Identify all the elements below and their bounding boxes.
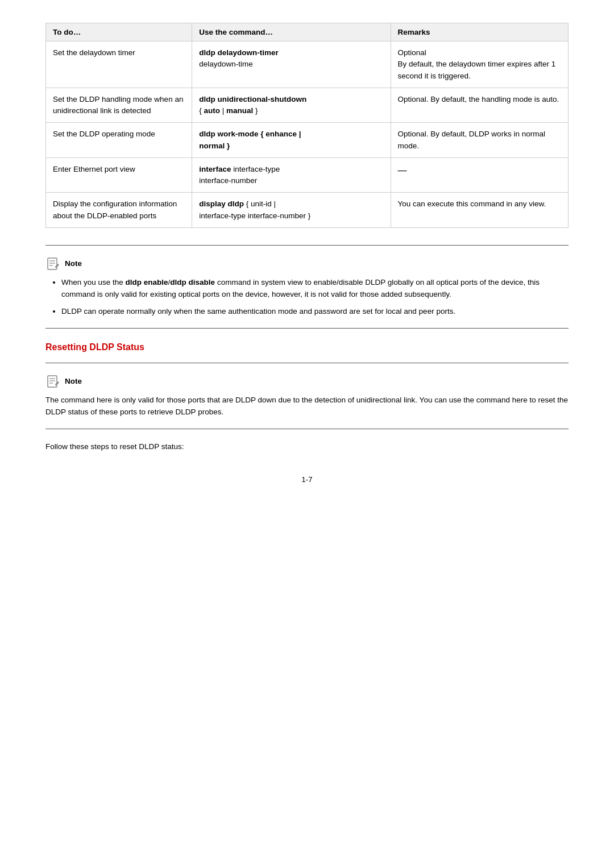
table-row: Enter Ethernet port view interface inter…: [46, 157, 569, 193]
table-row: Display the configuration information ab…: [46, 193, 569, 228]
cell-remarks: Optional. By default, DLDP works in norm…: [391, 123, 568, 158]
col-header-command: Use the command…: [192, 23, 391, 41]
cell-command: dldp unidirectional-shutdown { auto | ma…: [192, 88, 391, 123]
cell-todo: Set the DLDP handling mode when an unidi…: [46, 88, 192, 123]
cell-todo: Display the configuration information ab…: [46, 193, 192, 228]
section-divider-top: [45, 245, 569, 246]
command-bold: dldp work-mode { enhance |normal }: [199, 130, 301, 149]
cell-todo: Set the delaydown timer: [46, 41, 192, 88]
section-divider-before-note2: [45, 363, 569, 363]
note-icon-2: [45, 373, 61, 389]
cell-command: dldp delaydown-timer delaydown-time: [192, 41, 391, 88]
command-bold: interface: [199, 165, 231, 173]
command-bold: dldp unidirectional-shutdown: [199, 95, 306, 103]
table-row: Set the DLDP handling mode when an unidi…: [46, 88, 569, 123]
note-paragraph-2: The command here is only valid for those…: [45, 394, 569, 418]
note-list-item: DLDP can operate normally only when the …: [61, 305, 569, 318]
cell-remarks: —: [391, 157, 568, 193]
col-header-remarks: Remarks: [391, 23, 568, 41]
cell-command: display dldp { unit-id |interface-type i…: [192, 193, 391, 228]
section-divider-middle: [45, 328, 569, 329]
note-block-1: Note When you use the dldp enable/dldp d…: [45, 256, 569, 318]
section-heading: Resetting DLDP Status: [45, 342, 569, 352]
page-content: To do… Use the command… Remarks Set the …: [45, 23, 569, 484]
note-header-2: Note: [45, 373, 569, 389]
note-label-2: Note: [65, 377, 82, 385]
command-bold: dldp delaydown-timer: [199, 48, 279, 57]
note-list-1: When you use the dldp enable/dldp disabl…: [61, 276, 569, 318]
note-label-1: Note: [65, 259, 82, 268]
page-number: 1-7: [45, 475, 569, 484]
follow-steps-text: Follow these steps to reset DLDP status:: [45, 441, 569, 453]
cell-todo: Enter Ethernet port view: [46, 157, 192, 193]
command-bold: display dldp: [199, 200, 244, 208]
section-divider-after-note2: [45, 429, 569, 429]
command-param: delaydown-time: [199, 60, 253, 68]
note-header-1: Note: [45, 256, 569, 272]
cell-todo: Set the DLDP operating mode: [46, 123, 192, 158]
table-row: Set the delaydown timer dldp delaydown-t…: [46, 41, 569, 88]
command-param: { auto | manual }: [199, 106, 258, 115]
note-icon: [45, 256, 61, 272]
cell-command: interface interface-typeinterface-number: [192, 157, 391, 193]
cell-remarks: Optional By default, the delaydown timer…: [391, 41, 568, 88]
config-table: To do… Use the command… Remarks Set the …: [45, 23, 569, 228]
table-row: Set the DLDP operating mode dldp work-mo…: [46, 123, 569, 158]
note-block-2: Note The command here is only valid for …: [45, 373, 569, 418]
cell-command: dldp work-mode { enhance |normal }: [192, 123, 391, 158]
cell-remarks: You can execute this command in any view…: [391, 193, 568, 228]
col-header-todo: To do…: [46, 23, 192, 41]
cell-remarks: Optional. By default, the handling mode …: [391, 88, 568, 123]
note-list-item: When you use the dldp enable/dldp disabl…: [61, 276, 569, 301]
